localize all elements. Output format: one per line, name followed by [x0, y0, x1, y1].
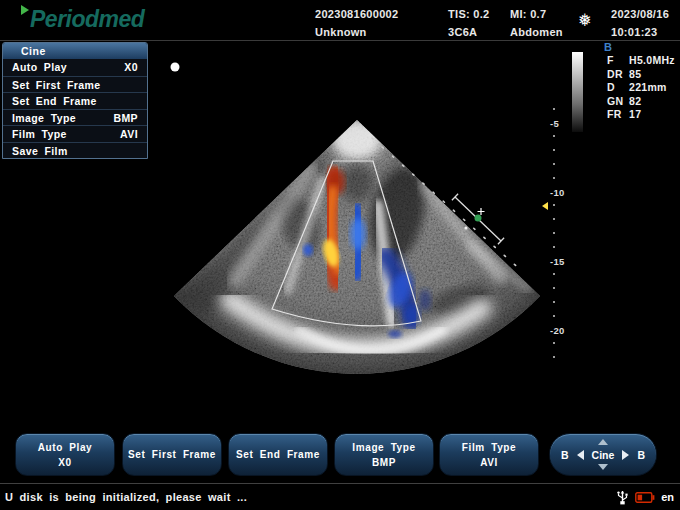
caliper-handle-dot[interactable]	[475, 215, 482, 222]
freeze-snowflake-icon: ❅	[578, 10, 592, 31]
menu-item-set-end-frame[interactable]: Set End Frame	[3, 92, 147, 109]
soft-key-toolbar: Auto PlayX0Set First FrameSet End FrameI…	[0, 432, 680, 477]
menu-item-auto-play[interactable]: Auto PlayX0	[3, 59, 147, 76]
menu-item-label: Set End Frame	[12, 93, 97, 109]
param-label: DR	[607, 68, 629, 82]
mi-value: MI: 0.7	[510, 8, 546, 20]
chevron-down-icon[interactable]	[598, 464, 608, 470]
language-indicator[interactable]: en	[661, 491, 674, 503]
battery-icon	[635, 492, 655, 503]
caliper-cross-marker	[478, 208, 485, 215]
tis-value: TIS: 0.2	[448, 8, 490, 20]
softkey-label: Image Type	[352, 442, 415, 453]
softkey-value: X0	[58, 457, 71, 468]
top-info-bar: Periodmed 2023081600002 Unknown TIS: 0.2…	[0, 0, 680, 41]
menu-item-save-film[interactable]: Save Film	[3, 142, 147, 159]
param-value: 17	[629, 108, 641, 122]
menu-item-label: Film Type	[12, 126, 67, 142]
param-row-d: D221mm	[607, 81, 675, 95]
system-time: 10:01:23	[611, 26, 657, 38]
menu-item-film-type[interactable]: Film TypeAVI	[3, 125, 147, 142]
image-parameter-list: FH5.0MHzDR85D221mmGN82FR17	[607, 54, 675, 122]
softkey-label: Set First Frame	[128, 449, 216, 460]
softkey-set-first-frame[interactable]: Set First Frame	[122, 433, 222, 476]
status-bar: U disk is being initialized, please wait…	[0, 483, 680, 510]
cine-context-menu: Cine Auto PlayX0Set First FrameSet End F…	[2, 42, 148, 159]
param-label: FR	[607, 108, 629, 122]
cursor-dot	[171, 63, 180, 72]
softkey-value: BMP	[372, 457, 396, 468]
mode-switch-left-label[interactable]: B	[561, 449, 569, 461]
param-label: D	[607, 81, 629, 95]
softkey-image-type[interactable]: Image TypeBMP	[334, 433, 434, 476]
param-row-fr: FR17	[607, 108, 675, 122]
menu-item-label: Auto Play	[12, 59, 67, 76]
param-value: 82	[629, 95, 641, 109]
menu-item-label: Image Type	[12, 110, 76, 126]
mode-switch-center-label[interactable]: Cine	[592, 449, 615, 461]
menu-item-value: BMP	[113, 110, 138, 126]
probe-model: 3C6A	[448, 26, 477, 38]
usb-icon	[616, 489, 629, 505]
softkey-auto-play[interactable]: Auto PlayX0	[15, 433, 115, 476]
softkey-film-type[interactable]: Film TypeAVI	[439, 433, 539, 476]
param-value: 221mm	[629, 81, 667, 95]
param-row-gn: GN82	[607, 95, 675, 109]
softkey-label: Film Type	[462, 442, 516, 453]
chevron-right-icon[interactable]	[622, 450, 629, 460]
menu-item-set-first-frame[interactable]: Set First Frame	[3, 76, 147, 93]
param-label: GN	[607, 95, 629, 109]
focus-position-marker[interactable]	[542, 202, 548, 210]
menu-item-value: AVI	[120, 126, 138, 142]
mode-indicator: B	[604, 41, 612, 53]
menu-item-label: Save Film	[12, 143, 68, 159]
softkey-label: Auto Play	[38, 442, 93, 453]
softkey-set-end-frame[interactable]: Set End Frame	[228, 433, 328, 476]
param-row-f: FH5.0MHz	[607, 54, 675, 68]
logo-triangle-icon	[21, 5, 29, 15]
menu-item-image-type[interactable]: Image TypeBMP	[3, 109, 147, 126]
param-value: H5.0MHz	[629, 54, 675, 68]
chevron-up-icon[interactable]	[598, 439, 608, 445]
status-message: U disk is being initialized, please wait…	[5, 491, 247, 503]
menu-item-value: X0	[124, 59, 138, 76]
param-label: F	[607, 54, 629, 68]
exam-preset: Abdomen	[510, 26, 563, 38]
menu-item-label: Set First Frame	[12, 77, 100, 93]
patient-name: Unknown	[315, 26, 367, 38]
cine-mode-switch[interactable]: B Cine B	[549, 433, 657, 476]
exam-id: 2023081600002	[315, 8, 398, 20]
brand-logo: Periodmed	[30, 6, 144, 33]
context-menu-title: Cine	[3, 43, 147, 59]
grayscale-bar	[572, 52, 583, 132]
softkey-value: AVI	[480, 457, 498, 468]
chevron-left-icon[interactable]	[577, 450, 584, 460]
ultrasound-app-window: Periodmed 2023081600002 Unknown TIS: 0.2…	[0, 0, 680, 510]
param-value: 85	[629, 68, 641, 82]
system-date: 2023/08/16	[611, 8, 669, 20]
mode-switch-right-label[interactable]: B	[637, 449, 645, 461]
softkey-label: Set End Frame	[236, 449, 320, 460]
param-row-dr: DR85	[607, 68, 675, 82]
